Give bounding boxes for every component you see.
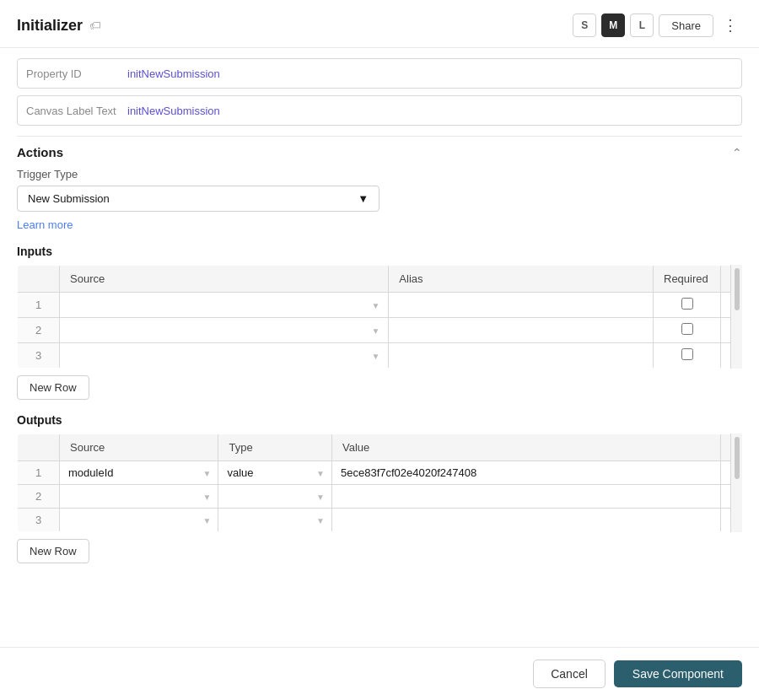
required-checkbox-3[interactable] [681,348,693,360]
inputs-row-3: 3 ▼ [18,343,742,369]
output-source-3-arrow: ▼ [203,515,212,525]
inputs-row-1-source[interactable]: ▼ [60,293,389,318]
source-dropdown-arrow-icon-2: ▼ [371,326,380,335]
outputs-row-2-type[interactable]: ▼ [218,485,332,509]
outputs-row-1-type[interactable]: value ▼ [218,461,332,485]
size-large-button[interactable]: L [630,13,654,37]
outputs-scrollbar-thumb [735,437,740,479]
outputs-row-3: 3 ▼ ▼ [18,509,742,532]
inputs-row-2-num: 2 [18,318,60,343]
footer: Cancel Save Component [0,647,759,700]
header-left: Initializer 🏷 [17,17,101,35]
inputs-section: Inputs Source Alias Required 1 [0,245,759,400]
inputs-scrollbar[interactable] [730,265,742,369]
outputs-section: Outputs Source Type Value 1 [0,413,759,563]
outputs-table: Source Type Value 1 moduleId ▼ [17,433,742,532]
inputs-row-3-alias[interactable] [389,343,654,369]
inputs-col-alias: Alias [389,266,654,293]
outputs-row-1: 1 moduleId ▼ value ▼ 5ece83f7cf02e4020f2… [18,461,742,485]
actions-title: Actions [17,145,63,159]
size-small-button[interactable]: S [573,13,596,37]
output-source-2-arrow: ▼ [203,492,212,501]
actions-section-header: Actions ⌃ [17,136,742,168]
outputs-col-value: Value [331,434,720,461]
inputs-row-2-alias[interactable] [389,318,654,343]
inputs-scrollbar-thumb [735,268,740,310]
trigger-type-value: New Submission [28,192,110,205]
inputs-table-wrapper: Source Alias Required 1 ▼ [17,265,742,369]
inputs-row-1-num: 1 [18,293,60,318]
output-type-2-arrow: ▼ [316,492,325,501]
inputs-row-1: 1 ▼ [18,293,742,318]
output-source-1-arrow: ▼ [203,468,212,477]
tag-icon: 🏷 [89,19,101,32]
trigger-type-dropdown[interactable]: New Submission ▼ [17,186,380,212]
share-button[interactable]: Share [659,14,713,37]
inputs-row-1-required[interactable] [654,293,721,318]
actions-section: Actions ⌃ Trigger Type New Submission ▼ … [0,136,759,231]
outputs-row-2-source[interactable]: ▼ [60,485,218,509]
source-dropdown-arrow-icon: ▼ [371,300,380,310]
inputs-row-2: 2 ▼ [18,318,742,343]
property-id-value: initNewSubmission [127,67,220,80]
inputs-row-1-alias[interactable] [389,293,654,318]
output-value-1: 5ece83f7cf02e4020f247408 [341,466,476,479]
output-type-1-arrow: ▼ [316,468,325,477]
save-component-button[interactable]: Save Component [614,660,742,687]
output-type-3-arrow: ▼ [316,515,325,525]
inputs-col-required: Required [654,266,721,293]
outputs-col-source: Source [60,434,218,461]
actions-collapse-icon[interactable]: ⌃ [732,146,742,159]
inputs-table: Source Alias Required 1 ▼ [17,265,742,369]
inputs-col-num [18,266,60,293]
source-dropdown-arrow-icon-3: ▼ [371,351,380,360]
canvas-label-value: initNewSubmission [127,105,220,117]
more-options-button[interactable]: ⋮ [719,13,742,37]
outputs-row-2: 2 ▼ ▼ [18,485,742,509]
inputs-row-2-source[interactable]: ▼ [60,318,389,343]
output-type-1-value: value [227,466,253,479]
outputs-row-3-value[interactable] [331,509,720,532]
outputs-scrollbar[interactable] [730,433,742,532]
header-right: S M L Share ⋮ [573,13,742,37]
output-source-1-value: moduleId [68,466,113,479]
outputs-row-3-type[interactable]: ▼ [218,509,332,532]
inputs-row-3-required[interactable] [654,343,721,369]
required-checkbox-1[interactable] [681,298,693,310]
canvas-label-label: Canvas Label Text [26,105,127,117]
inputs-row-2-required[interactable] [654,318,721,343]
dropdown-arrow-icon: ▼ [358,192,369,205]
property-fields: Property ID initNewSubmission Canvas Lab… [0,48,759,136]
inputs-row-3-num: 3 [18,343,60,369]
inputs-title: Inputs [17,245,742,258]
outputs-row-1-value[interactable]: 5ece83f7cf02e4020f247408 [331,461,720,485]
cancel-button[interactable]: Cancel [533,660,606,688]
outputs-row-3-num: 3 [18,509,60,532]
outputs-table-wrapper: Source Type Value 1 moduleId ▼ [17,433,742,532]
outputs-col-num [18,434,60,461]
trigger-type-label: Trigger Type [17,168,742,180]
page-title: Initializer [17,17,83,35]
property-id-label: Property ID [26,67,127,80]
canvas-label-field[interactable]: Canvas Label Text initNewSubmission [17,95,742,126]
inputs-row-3-source[interactable]: ▼ [60,343,389,369]
outputs-row-1-source[interactable]: moduleId ▼ [60,461,218,485]
inputs-col-source: Source [60,266,389,293]
outputs-new-row-button[interactable]: New Row [17,539,89,563]
outputs-row-1-num: 1 [18,461,60,485]
outputs-title: Outputs [17,413,742,427]
outputs-col-type: Type [218,434,332,461]
size-medium-button[interactable]: M [601,13,625,37]
outputs-row-3-source[interactable]: ▼ [60,509,218,532]
learn-more-link[interactable]: Learn more [17,218,73,231]
inputs-new-row-button[interactable]: New Row [17,375,89,400]
property-id-field[interactable]: Property ID initNewSubmission [17,58,742,89]
app-header: Initializer 🏷 S M L Share ⋮ [0,0,759,48]
outputs-row-2-num: 2 [18,485,60,509]
required-checkbox-2[interactable] [681,323,693,335]
outputs-row-2-value[interactable] [331,485,720,509]
